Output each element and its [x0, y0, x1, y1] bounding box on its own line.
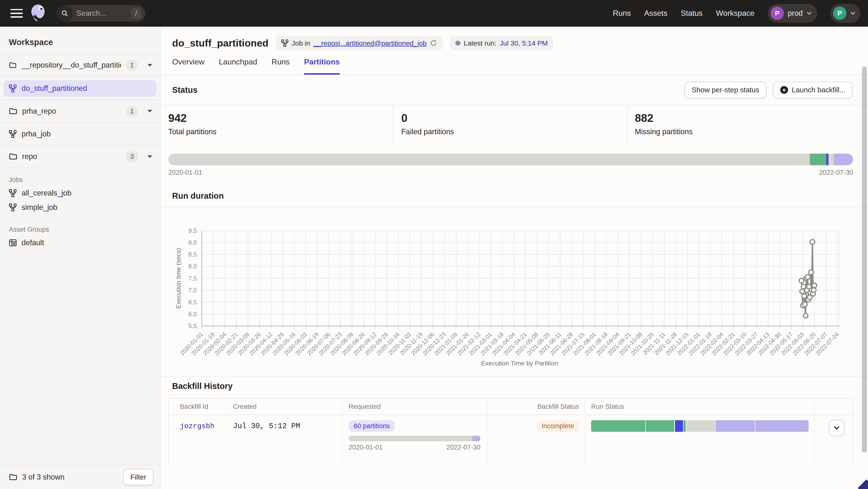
main-content: do_stuff_partitioned Job in __reposi...a…	[160, 27, 868, 489]
user-avatar: P	[833, 6, 846, 20]
dagster-logo-icon[interactable]	[29, 3, 48, 23]
tab-launchpad[interactable]: Launchpad	[219, 58, 257, 74]
caret-down-icon[interactable]	[147, 155, 152, 158]
partition-status-bar[interactable]	[168, 154, 853, 165]
launch-backfill-button[interactable]: +Launch backfill...	[773, 82, 852, 98]
menu-icon[interactable]	[10, 9, 23, 18]
requested-cell: 60 partitions 2020-01-01 2022-07-30	[343, 415, 488, 465]
filter-button[interactable]: Filter	[123, 469, 153, 485]
repo-name: __repository__do_stuff_partitio...	[21, 61, 121, 70]
backfill-history-table: Backfill Id Created Requested Backfill S…	[168, 398, 853, 465]
sidebar-item-repo[interactable]: repo 3	[0, 145, 160, 168]
jobs-section: Jobs all_cereals_job simple_job Asset Gr…	[0, 168, 160, 250]
run-duration-chart: 2020-01-012020-01-182020-02-042020-02-21…	[168, 207, 862, 376]
app-window: / Runs Assets Status Workspace P prod P …	[0, 0, 868, 489]
backfill-id-link[interactable]: jozrgsbh	[180, 422, 214, 430]
sidebar-item-repository[interactable]: __repository__do_stuff_partitio... 1	[0, 54, 160, 76]
col-backfill-status: Backfill Status	[488, 399, 585, 415]
nav-status[interactable]: Status	[681, 9, 703, 18]
chevron-down-icon	[834, 426, 840, 430]
job-origin-link[interactable]: __reposi...artitioned@partitioned_job	[313, 39, 427, 47]
folder-icon	[9, 473, 17, 481]
nav-workspace[interactable]: Workspace	[716, 9, 754, 18]
deployment-switcher[interactable]: P prod	[768, 4, 817, 23]
stat-value: 0	[401, 112, 627, 125]
job-name: prha_job	[22, 130, 51, 138]
col-actions	[815, 399, 853, 415]
sidebar-item-do-stuff-partitioned[interactable]: do_stuff_partitioned	[3, 80, 157, 97]
col-created: Created	[227, 399, 343, 415]
job-tabs: Overview Launchpad Runs Partitions	[160, 58, 868, 75]
partition-status-bar-section: 2020-01-01 2022-07-30	[168, 154, 853, 176]
global-search[interactable]: /	[57, 5, 146, 22]
sidebar-item-prha-repo[interactable]: prha_repo 1	[0, 100, 160, 122]
job-icon	[9, 203, 17, 211]
svg-text:9.0: 9.0	[188, 239, 197, 246]
svg-text:7.0: 7.0	[188, 287, 197, 294]
top-nav: / Runs Assets Status Workspace P prod P	[0, 0, 868, 27]
col-requested: Requested	[343, 399, 488, 415]
job-icon	[9, 130, 17, 138]
refresh-icon[interactable]	[430, 39, 437, 47]
tab-runs[interactable]: Runs	[272, 58, 290, 74]
nav-runs[interactable]: Runs	[613, 9, 631, 18]
svg-text:7.5: 7.5	[188, 275, 197, 282]
svg-text:5.5: 5.5	[188, 323, 197, 329]
tab-partitions[interactable]: Partitions	[304, 58, 340, 74]
stat-failed-partitions: 0 Failed partitions	[393, 105, 627, 144]
latest-run-time-link[interactable]: Jul 30, 5:14 PM	[500, 39, 548, 47]
show-per-step-status-button[interactable]: Show per-step status	[684, 82, 767, 98]
deployment-name: prod	[788, 9, 803, 18]
repo-count-badge: 1	[126, 60, 138, 71]
stat-total-partitions: 942 Total partitions	[160, 105, 393, 144]
search-input[interactable]	[76, 9, 124, 18]
section-divider	[160, 376, 868, 377]
folder-icon	[9, 61, 17, 69]
asset-groups-section-label: Asset Groups	[0, 215, 160, 236]
job-origin-tag: Job in __reposi...artitioned@partitioned…	[276, 36, 443, 50]
sidebar-item-all-cereals-job[interactable]: all_cereals_job	[0, 186, 160, 200]
page-header: do_stuff_partitioned Job in __reposi...a…	[172, 36, 868, 50]
latest-run-label: Latest run:	[464, 39, 497, 47]
job-name: do_stuff_partitioned	[22, 84, 87, 93]
backfill-status-badge: Incomplete	[536, 420, 579, 432]
partition-stats: 942 Total partitions 0 Failed partitions…	[160, 105, 868, 144]
run-status-bar[interactable]	[591, 420, 809, 432]
requested-partitions-badge[interactable]: 60 partitions	[349, 420, 395, 432]
caret-down-icon[interactable]	[147, 110, 152, 112]
sidebar-footer: 3 of 3 shown Filter	[0, 465, 160, 489]
stat-value: 882	[635, 112, 868, 125]
stat-label: Total partitions	[168, 127, 393, 136]
sidebar-item-prha-job[interactable]: prha_job	[0, 122, 160, 145]
repo-count-badge: 3	[126, 151, 138, 162]
nav-assets[interactable]: Assets	[644, 9, 668, 18]
folder-icon	[9, 107, 17, 115]
svg-text:Execution Time by Partition: Execution Time by Partition	[481, 360, 558, 367]
backfill-history-heading: Backfill History	[172, 382, 868, 391]
user-menu[interactable]: P	[830, 4, 860, 23]
repo-name: repo	[22, 152, 37, 161]
sidebar-item-wrap: do_stuff_partitioned	[0, 76, 160, 100]
job-name: all_cereals_job	[22, 189, 71, 197]
chevron-down-icon	[807, 12, 812, 15]
latest-run-badge: Latest run: Jul 30, 5:14 PM	[450, 36, 553, 50]
job-origin-prefix: Job in	[292, 39, 310, 47]
col-run-status: Run Status	[585, 399, 815, 415]
caret-down-icon[interactable]	[147, 64, 152, 67]
repo-count-badge: 1	[126, 106, 138, 117]
tab-overview[interactable]: Overview	[172, 58, 205, 74]
svg-text:6.5: 6.5	[188, 299, 197, 305]
expand-row-button[interactable]	[829, 420, 844, 436]
sidebar-item-default-asset-group[interactable]: default	[0, 236, 160, 250]
chevron-down-icon	[850, 12, 856, 15]
search-icon	[57, 5, 73, 22]
repo-name: prha_repo	[22, 107, 56, 116]
page-scrollbar[interactable]	[862, 66, 867, 453]
repos-shown-count: 3 of 3 shown	[22, 473, 64, 482]
page-title: do_stuff_partitioned	[172, 38, 269, 49]
job-icon	[9, 189, 17, 197]
sidebar-item-simple-job[interactable]: simple_job	[0, 200, 160, 215]
status-heading: Status	[172, 85, 197, 95]
backfill-created: Jul 30, 5:12 PM	[233, 422, 300, 430]
run-duration-heading: Run duration	[172, 191, 868, 201]
